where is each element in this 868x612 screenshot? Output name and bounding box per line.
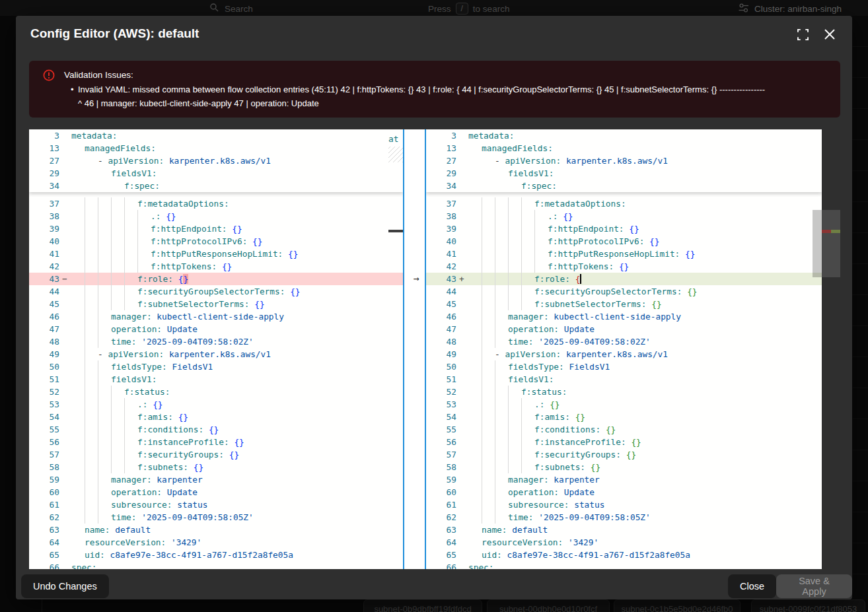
code-line-right-53[interactable]: 53.: {} bbox=[426, 398, 822, 411]
editor-pane-left[interactable]: 37f:metadataOptions:38.: {}39f:httpEndpo… bbox=[29, 129, 403, 569]
code-line-left-44[interactable]: 44f:securityGroupSelectorTerms: {} bbox=[29, 285, 403, 298]
code-line-left-56[interactable]: 56f:instanceProfile: {} bbox=[29, 436, 403, 448]
code-line-right-52[interactable]: 52f:status: bbox=[426, 386, 822, 398]
code-line-left-66[interactable]: 66spec: bbox=[29, 561, 403, 569]
diff-sign: − bbox=[62, 273, 71, 285]
code-line-left-59[interactable]: 59manager: karpenter bbox=[29, 473, 403, 486]
indent-guide bbox=[85, 310, 85, 323]
indent-guide bbox=[482, 436, 482, 448]
code-line-right-13[interactable]: 13managedFields: bbox=[426, 142, 822, 154]
code-line-right-65[interactable]: 65uid: c8afe97e-38cc-4f91-a767-d15f2a8fe… bbox=[426, 549, 822, 561]
code-line-right-57[interactable]: 57f:securityGroups: {} bbox=[426, 448, 822, 461]
code-line-left-45[interactable]: 45f:subnetSelectorTerms: {} bbox=[29, 298, 403, 310]
code-line-right-56[interactable]: 56f:instanceProfile: {} bbox=[426, 436, 822, 448]
close-button[interactable] bbox=[822, 28, 837, 43]
code-line-right-61[interactable]: 61subresource: status bbox=[426, 498, 822, 511]
code-line-right-60[interactable]: 60operation: Update bbox=[426, 486, 822, 498]
code-line-left-57[interactable]: 57f:securityGroups: {} bbox=[29, 448, 403, 461]
code-line-right-63[interactable]: 63name: default bbox=[426, 524, 822, 536]
indent-guide bbox=[495, 222, 495, 235]
code-line-right-39[interactable]: 39f:httpEndpoint: {} bbox=[426, 222, 822, 235]
expand-button[interactable] bbox=[795, 28, 810, 43]
code-line-right-48[interactable]: 48time: '2025-09-04T09:58:02Z' bbox=[426, 335, 822, 348]
indent-guide bbox=[534, 210, 535, 222]
code-line-left-54[interactable]: 54f:amis: {} bbox=[29, 411, 403, 423]
code-line-left-42[interactable]: 42f:httpTokens: {} bbox=[29, 260, 403, 273]
code-line-right-55[interactable]: 55f:conditions: {} bbox=[426, 423, 822, 436]
save-apply-button[interactable]: Save & Apply bbox=[776, 574, 852, 598]
indent-guide bbox=[98, 285, 98, 298]
code-line-left-47[interactable]: 47operation: Update bbox=[29, 323, 403, 335]
indent-guide bbox=[85, 386, 85, 398]
code-line-right-50[interactable]: 50fieldsType: FieldsV1 bbox=[426, 360, 822, 373]
line-number: 56 bbox=[29, 436, 59, 448]
code-line-left-27[interactable]: 27- apiVersion: karpenter.k8s.aws/v1 bbox=[29, 154, 403, 167]
code-line-left-46[interactable]: 46manager: kubectl-client-side-apply bbox=[29, 310, 403, 323]
code-line-left-43[interactable]: 43−f:role: {} bbox=[29, 273, 403, 285]
code-line-right-42[interactable]: 42f:httpTokens: {} bbox=[426, 260, 822, 273]
diff-splitter-sash[interactable]: → bbox=[403, 129, 426, 569]
overview-viewport-slider[interactable] bbox=[822, 210, 840, 277]
indent-guide bbox=[495, 260, 495, 273]
line-number: 59 bbox=[29, 473, 59, 486]
code-line-right-64[interactable]: 64resourceVersion: '3429' bbox=[426, 536, 822, 549]
indent-guide bbox=[482, 498, 482, 511]
code-line-left-49[interactable]: 49- apiVersion: karpenter.k8s.aws/v1 bbox=[29, 348, 403, 360]
code-line-right-44[interactable]: 44f:securityGroupSelectorTerms: {} bbox=[426, 285, 822, 298]
code-line-right-62[interactable]: 62time: '2025-09-04T09:58:05Z' bbox=[426, 511, 822, 524]
line-number: 52 bbox=[426, 386, 456, 398]
code-line-left-37[interactable]: 37f:metadataOptions: bbox=[29, 197, 403, 210]
code-line-left-39[interactable]: 39f:httpEndpoint: {} bbox=[29, 222, 403, 235]
code-line-right-59[interactable]: 59manager: karpenter bbox=[426, 473, 822, 486]
code-line-left-34[interactable]: 34f:spec: bbox=[29, 180, 403, 192]
vertical-scrollbar[interactable] bbox=[813, 210, 822, 277]
code-line-left-13[interactable]: 13managedFields: bbox=[29, 142, 403, 154]
undo-changes-button[interactable]: Undo Changes bbox=[21, 574, 109, 598]
code-line-left-65[interactable]: 65uid: c8afe97e-38cc-4f91-a767-d15f2a8fe… bbox=[29, 549, 403, 561]
code-line-left-38[interactable]: 38.: {} bbox=[29, 210, 403, 222]
code-line-right-37[interactable]: 37f:metadataOptions: bbox=[426, 197, 822, 210]
code-line-right-41[interactable]: 41f:httpPutResponseHopLimit: {} bbox=[426, 248, 822, 260]
code-line-left-53[interactable]: 53.: {} bbox=[29, 398, 403, 411]
indent-guide bbox=[111, 235, 112, 248]
code-line-left-48[interactable]: 48time: '2025-09-04T09:58:02Z' bbox=[29, 335, 403, 348]
code-line-left-50[interactable]: 50fieldsType: FieldsV1 bbox=[29, 360, 403, 373]
code-line-right-54[interactable]: 54f:amis: {} bbox=[426, 411, 822, 423]
code-line-right-51[interactable]: 51fieldsV1: bbox=[426, 373, 822, 386]
revert-arrow-icon[interactable]: → bbox=[409, 273, 423, 285]
code-line-left-41[interactable]: 41f:httpPutResponseHopLimit: {} bbox=[29, 248, 403, 260]
code-line-right-66[interactable]: 66spec: bbox=[426, 561, 822, 569]
code-line-right-3[interactable]: 3metadata: bbox=[426, 129, 822, 142]
code-line-right-47[interactable]: 47operation: Update bbox=[426, 323, 822, 335]
code-line-left-64[interactable]: 64resourceVersion: '3429' bbox=[29, 536, 403, 549]
code-line-right-58[interactable]: 58f:subnets: {} bbox=[426, 461, 822, 473]
code-line-left-55[interactable]: 55f:conditions: {} bbox=[29, 423, 403, 436]
code-line-right-43[interactable]: 43+f:role: { bbox=[426, 273, 822, 285]
code-line-left-52[interactable]: 52f:status: bbox=[29, 386, 403, 398]
code-line-left-60[interactable]: 60operation: Update bbox=[29, 486, 403, 498]
modal-title: Config Editor (AWS): default bbox=[30, 26, 199, 41]
code-line-right-29[interactable]: 29fieldsV1: bbox=[426, 167, 822, 180]
diff-overview-ruler[interactable] bbox=[822, 129, 840, 569]
indent-guide bbox=[98, 486, 98, 498]
indent-guide bbox=[85, 486, 85, 498]
code-line-left-58[interactable]: 58f:subnets: {} bbox=[29, 461, 403, 473]
close-footer-button[interactable]: Close bbox=[728, 574, 776, 598]
code-line-left-51[interactable]: 51fieldsV1: bbox=[29, 373, 403, 386]
code-line-left-3[interactable]: 3metadata: bbox=[29, 129, 403, 142]
code-line-right-49[interactable]: 49- apiVersion: karpenter.k8s.aws/v1 bbox=[426, 348, 822, 360]
indent-guide bbox=[521, 222, 522, 235]
code-line-left-40[interactable]: 40f:httpProtocolIPv6: {} bbox=[29, 235, 403, 248]
code-line-left-62[interactable]: 62time: '2025-09-04T09:58:05Z' bbox=[29, 511, 403, 524]
code-line-left-63[interactable]: 63name: default bbox=[29, 524, 403, 536]
code-line-left-29[interactable]: 29fieldsV1: bbox=[29, 167, 403, 180]
code-line-right-40[interactable]: 40f:httpProtocolIPv6: {} bbox=[426, 235, 822, 248]
code-line-right-45[interactable]: 45f:subnetSelectorTerms: {} bbox=[426, 298, 822, 310]
editor-pane-right[interactable]: 37f:metadataOptions:38.: {}39f:httpEndpo… bbox=[426, 129, 822, 569]
code-line-right-46[interactable]: 46manager: kubectl-client-side-apply bbox=[426, 310, 822, 323]
code-line-right-38[interactable]: 38.: {} bbox=[426, 210, 822, 222]
indent-guide bbox=[521, 285, 522, 298]
code-line-right-27[interactable]: 27- apiVersion: karpenter.k8s.aws/v1 bbox=[426, 154, 822, 167]
code-line-left-61[interactable]: 61subresource: status bbox=[29, 498, 403, 511]
code-line-right-34[interactable]: 34f:spec: bbox=[426, 180, 822, 192]
